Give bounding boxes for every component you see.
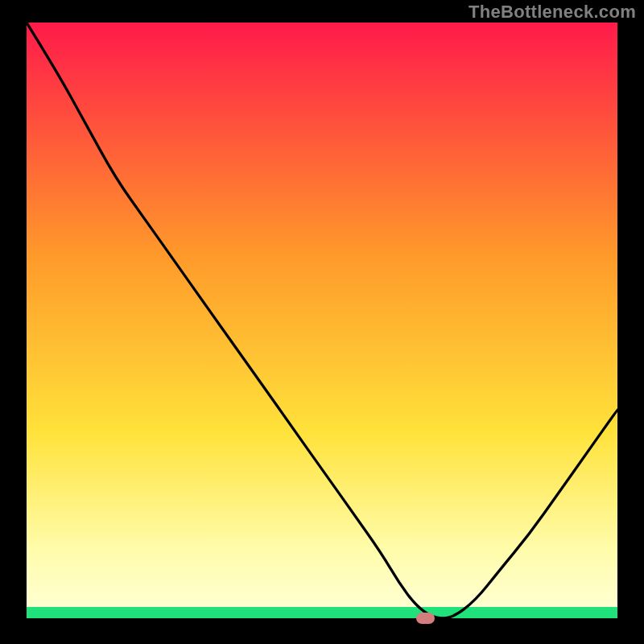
chart-svg	[27, 23, 617, 618]
gradient-background	[27, 23, 617, 607]
minimum-marker	[416, 613, 435, 625]
watermark-text: TheBottleneck.com	[469, 2, 636, 23]
plot-area	[27, 23, 617, 618]
chart-frame: TheBottleneck.com	[0, 0, 644, 644]
green-strip	[27, 607, 617, 618]
